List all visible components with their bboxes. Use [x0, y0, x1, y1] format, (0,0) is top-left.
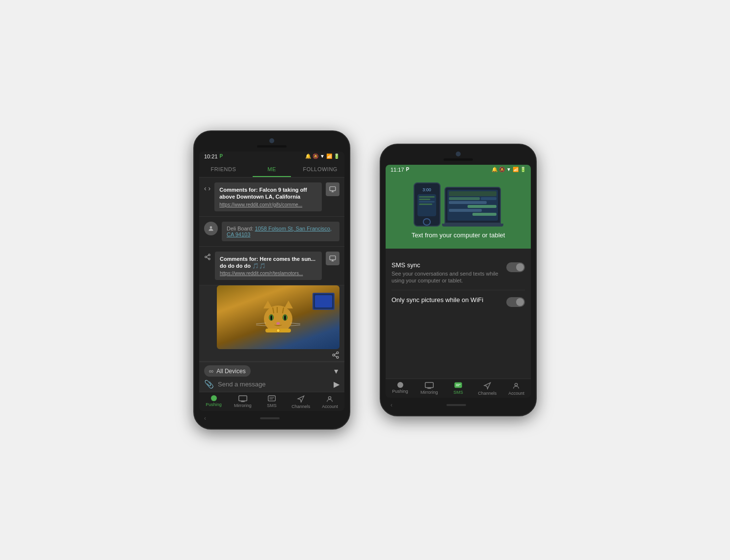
- nav-sms-2[interactable]: SMS: [443, 382, 472, 396]
- sms-hero-illustration: 3:00: [391, 182, 525, 227]
- nav-mirroring-1[interactable]: Mirroring: [228, 395, 257, 409]
- phone-mockup-time: 3:00: [422, 187, 431, 192]
- status-provider-1: P: [220, 153, 223, 159]
- feed-item-content-1[interactable]: Comments for: Falcon 9 taking off above …: [214, 182, 322, 211]
- feed-item-link-1[interactable]: https://www.reddit.com/r/gifs/comme...: [219, 202, 317, 207]
- feed-item-content-3[interactable]: Comments for: Here comes the sun... do d…: [215, 252, 322, 280]
- device-chip-label: All Devices: [216, 368, 245, 375]
- feed-device-icon-1[interactable]: [326, 182, 339, 196]
- battery-icon-1: 🔋: [334, 153, 339, 159]
- nav-pushing-label-1: Pushing: [206, 402, 222, 407]
- toggle-sms-sync[interactable]: [506, 262, 525, 272]
- sms-icon-1: [268, 395, 276, 402]
- svg-point-30: [515, 383, 518, 386]
- tab-friends[interactable]: FRIENDS: [199, 161, 248, 177]
- toggle-wifi-sync[interactable]: [506, 297, 525, 307]
- svg-rect-0: [330, 187, 336, 191]
- gesture-bar-1[interactable]: [260, 417, 280, 419]
- nav-account-2[interactable]: Account: [502, 382, 531, 396]
- message-input-row: 📎 Send a message ▶: [204, 380, 339, 389]
- svg-rect-20: [268, 396, 276, 401]
- svg-point-5: [205, 256, 207, 258]
- svg-point-14: [337, 356, 339, 358]
- nav-sms-1[interactable]: SMS: [257, 395, 286, 409]
- device-selector[interactable]: ∞ All Devices ▼: [204, 365, 339, 377]
- message-input[interactable]: Send a message: [218, 381, 330, 388]
- phone-mockup-screen: [417, 194, 436, 217]
- nav-pushing-2[interactable]: Pushing: [386, 382, 415, 396]
- status-right-2: 🔔 🔕 ▼ 📶 🔋: [492, 167, 526, 172]
- battery-icon-2: 🔋: [520, 167, 526, 172]
- sms-tagline: Text from your computer or tablet: [391, 231, 525, 239]
- feed-avatar-2: [204, 222, 218, 235]
- sound-icon-2: 🔕: [499, 167, 505, 172]
- dropdown-arrow[interactable]: ▼: [333, 367, 339, 375]
- svg-point-13: [333, 354, 335, 356]
- attach-icon[interactable]: 📎: [204, 380, 214, 389]
- phone-2-camera: [456, 152, 461, 156]
- nav-mirroring-2[interactable]: Mirroring: [415, 382, 443, 396]
- share-icon-1[interactable]: ‹ ›: [204, 184, 210, 192]
- feed-item-title-1: Comments for: Falcon 9 taking off above …: [219, 186, 317, 201]
- nav-channels-label-2: Channels: [478, 391, 496, 396]
- nav-sms-label-1: SMS: [267, 403, 277, 408]
- pushing-dot-1: [211, 395, 217, 401]
- setting-desc-sms-sync: See your conversations and send texts wh…: [391, 270, 501, 284]
- feed-item-2: Deli Board: 1058 Folsom St, San Francisc…: [199, 217, 344, 247]
- mirroring-icon-2: [425, 382, 434, 389]
- nav-channels-2[interactable]: Channels: [473, 382, 502, 396]
- sms-spacer: [386, 320, 531, 379]
- nav-tabs-1: FRIENDS ME FOLLOWING: [199, 161, 344, 178]
- device-chip[interactable]: ∞ All Devices: [204, 365, 251, 377]
- send-icon[interactable]: ▶: [334, 380, 339, 389]
- share-icon-3[interactable]: [204, 254, 211, 262]
- tab-following[interactable]: FOLLOWING: [296, 161, 344, 177]
- image-share-button[interactable]: [199, 349, 344, 361]
- account-icon-2: [512, 382, 520, 390]
- setting-row-sms-sync: SMS sync See your conversations and send…: [391, 255, 525, 291]
- feed-item-title-3: Comments for: Here comes the sun... do d…: [220, 255, 317, 270]
- message-area: ∞ All Devices ▼ 📎 Send a message ▶: [199, 362, 344, 392]
- feed-item-content-2[interactable]: Deli Board: 1058 Folsom St, San Francisc…: [222, 222, 339, 241]
- phone-1-top: [199, 138, 344, 148]
- feed-item-3: Comments for: Here comes the sun... do d…: [199, 247, 344, 286]
- phone-2: 11:17 P 🔔 🔕 ▼ 📶 🔋 3:00: [380, 144, 537, 417]
- status-bar-1: 10:21 P 🔔 🔕 ▼ 📶 🔋: [199, 152, 344, 161]
- channels-icon-1: [297, 395, 305, 403]
- alarm-icon-1: 🔔: [305, 153, 311, 159]
- sms-icon-2: [454, 382, 462, 389]
- nav-pushing-1[interactable]: Pushing: [199, 395, 228, 409]
- svg-point-3: [210, 226, 212, 229]
- feed-item-link-3[interactable]: https://www.reddit.com/r/teslamotors...: [220, 271, 317, 276]
- status-bar-2: 11:17 P 🔔 🔕 ▼ 📶 🔋: [386, 165, 531, 175]
- phone-2-screen: 11:17 P 🔔 🔕 ▼ 📶 🔋 3:00: [386, 165, 531, 398]
- status-time-2: 11:17: [391, 167, 404, 173]
- phone-mockup-home: [423, 218, 431, 226]
- status-time-1: 10:21: [204, 153, 218, 159]
- nav-channels-1[interactable]: Channels: [287, 395, 315, 409]
- gesture-bar-2[interactable]: [446, 404, 466, 406]
- feed-location-2: Deli Board: 1058 Folsom St, San Francisc…: [227, 226, 335, 237]
- feed-device-icon-3[interactable]: [326, 252, 339, 265]
- svg-point-23: [329, 397, 331, 399]
- svg-line-8: [207, 255, 209, 256]
- svg-point-6: [209, 258, 210, 260]
- nav-mirroring-label-2: Mirroring: [420, 390, 438, 395]
- channels-icon-2: [483, 382, 491, 390]
- svg-point-4: [209, 254, 210, 256]
- signal-icon-2: 📶: [513, 167, 519, 172]
- laptop-base: [442, 224, 503, 227]
- back-arrow-1[interactable]: ‹: [204, 415, 206, 422]
- phone-1-camera: [269, 138, 274, 143]
- wifi-icon-1: ▼: [320, 153, 325, 159]
- bottom-nav-2: Pushing Mirroring SMS: [386, 379, 531, 398]
- sms-settings: SMS sync See your conversations and send…: [386, 249, 531, 320]
- phone-2-top: [386, 152, 531, 161]
- tab-me[interactable]: ME: [248, 161, 296, 177]
- status-left-2: 11:17 P: [391, 167, 409, 173]
- svg-point-12: [337, 352, 339, 354]
- back-arrow-2[interactable]: ‹: [391, 402, 392, 408]
- nav-pushing-label-2: Pushing: [392, 389, 408, 394]
- nav-account-1[interactable]: Account: [315, 395, 344, 409]
- sms-hero-section: 3:00: [386, 175, 531, 249]
